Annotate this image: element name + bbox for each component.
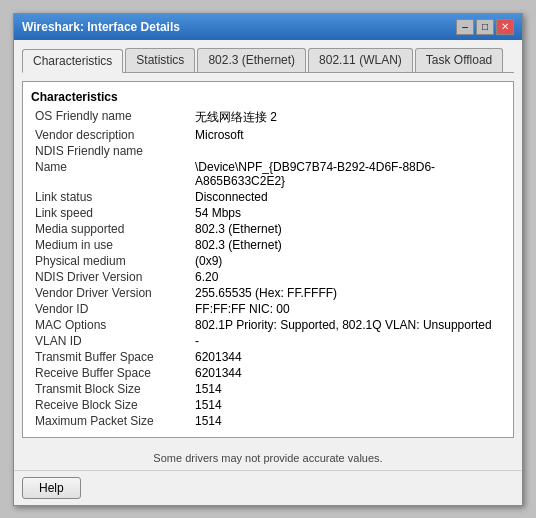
table-row: NDIS Driver Version6.20 [31, 269, 505, 285]
row-label: Transmit Buffer Space [31, 349, 191, 365]
table-row: Vendor descriptionMicrosoft [31, 127, 505, 143]
row-label: Medium in use [31, 237, 191, 253]
footer-buttons: Help [14, 470, 522, 505]
help-button[interactable]: Help [22, 477, 81, 499]
row-value: 802.1P Priority: Supported, 802.1Q VLAN:… [191, 317, 505, 333]
row-value: 6201344 [191, 349, 505, 365]
tab-characteristics[interactable]: Characteristics [22, 49, 123, 73]
row-value: 1514 [191, 381, 505, 397]
window: Wireshark: Interface Details – □ ✕ Chara… [13, 13, 523, 506]
title-bar: Wireshark: Interface Details – □ ✕ [14, 14, 522, 40]
row-label: Transmit Block Size [31, 381, 191, 397]
window-title: Wireshark: Interface Details [22, 20, 180, 34]
row-label: Vendor description [31, 127, 191, 143]
table-row: Transmit Buffer Space6201344 [31, 349, 505, 365]
row-value: 802.3 (Ethernet) [191, 237, 505, 253]
table-row: Medium in use802.3 (Ethernet) [31, 237, 505, 253]
table-row: Link statusDisconnected [31, 189, 505, 205]
table-row: Media supported802.3 (Ethernet) [31, 221, 505, 237]
row-label: MAC Options [31, 317, 191, 333]
row-label: Physical medium [31, 253, 191, 269]
table-row: MAC Options802.1P Priority: Supported, 8… [31, 317, 505, 333]
table-row: Receive Buffer Space6201344 [31, 365, 505, 381]
row-value [191, 143, 505, 159]
content-area: Characteristics Statistics 802.3 (Ethern… [14, 40, 522, 446]
table-row: Link speed54 Mbps [31, 205, 505, 221]
row-value: (0x9) [191, 253, 505, 269]
characteristics-table: OS Friendly name无线网络连接 2Vendor descripti… [31, 108, 505, 429]
close-button[interactable]: ✕ [496, 19, 514, 35]
table-row: Vendor IDFF:FF:FF NIC: 00 [31, 301, 505, 317]
row-value: 1514 [191, 397, 505, 413]
row-value: 无线网络连接 2 [191, 108, 505, 127]
table-row: Maximum Packet Size1514 [31, 413, 505, 429]
table-row: VLAN ID- [31, 333, 505, 349]
section-title: Characteristics [31, 90, 505, 104]
row-value: Disconnected [191, 189, 505, 205]
row-label: Media supported [31, 221, 191, 237]
row-value: 1514 [191, 413, 505, 429]
row-value: \Device\NPF_{DB9C7B74-B292-4D6F-88D6-A86… [191, 159, 505, 189]
row-label: NDIS Friendly name [31, 143, 191, 159]
row-label: NDIS Driver Version [31, 269, 191, 285]
row-value: 255.65535 (Hex: FF.FFFF) [191, 285, 505, 301]
table-row: Name\Device\NPF_{DB9C7B74-B292-4D6F-88D6… [31, 159, 505, 189]
row-label: Link status [31, 189, 191, 205]
table-row: NDIS Friendly name [31, 143, 505, 159]
tab-task-offload[interactable]: Task Offload [415, 48, 503, 72]
row-value: FF:FF:FF NIC: 00 [191, 301, 505, 317]
title-bar-controls: – □ ✕ [456, 19, 514, 35]
row-value: 6201344 [191, 365, 505, 381]
tab-wlan[interactable]: 802.11 (WLAN) [308, 48, 413, 72]
tab-statistics[interactable]: Statistics [125, 48, 195, 72]
row-value: - [191, 333, 505, 349]
table-row: Transmit Block Size1514 [31, 381, 505, 397]
row-label: Receive Buffer Space [31, 365, 191, 381]
minimize-button[interactable]: – [456, 19, 474, 35]
row-value: 54 Mbps [191, 205, 505, 221]
row-value: 802.3 (Ethernet) [191, 221, 505, 237]
characteristics-panel: Characteristics OS Friendly name无线网络连接 2… [22, 81, 514, 438]
row-label: Maximum Packet Size [31, 413, 191, 429]
row-label: Receive Block Size [31, 397, 191, 413]
table-row: Vendor Driver Version255.65535 (Hex: FF.… [31, 285, 505, 301]
row-value: Microsoft [191, 127, 505, 143]
tab-bar: Characteristics Statistics 802.3 (Ethern… [22, 48, 514, 73]
table-row: Receive Block Size1514 [31, 397, 505, 413]
row-label: Vendor ID [31, 301, 191, 317]
row-value: 6.20 [191, 269, 505, 285]
row-label: VLAN ID [31, 333, 191, 349]
row-label: Link speed [31, 205, 191, 221]
row-label: Name [31, 159, 191, 189]
table-row: Physical medium(0x9) [31, 253, 505, 269]
row-label: OS Friendly name [31, 108, 191, 127]
tab-ethernet[interactable]: 802.3 (Ethernet) [197, 48, 306, 72]
table-row: OS Friendly name无线网络连接 2 [31, 108, 505, 127]
maximize-button[interactable]: □ [476, 19, 494, 35]
footer-note: Some drivers may not provide accurate va… [14, 446, 522, 470]
row-label: Vendor Driver Version [31, 285, 191, 301]
